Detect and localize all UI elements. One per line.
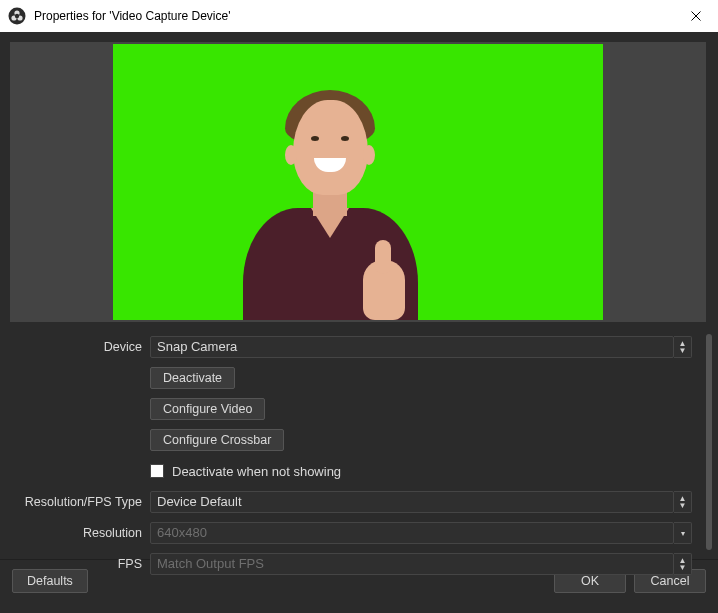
updown-icon: ▲▼ bbox=[674, 491, 692, 513]
fps-select[interactable]: Match Output FPS ▲▼ bbox=[150, 553, 692, 575]
deactivate-button[interactable]: Deactivate bbox=[150, 367, 235, 389]
device-select-value: Snap Camera bbox=[157, 336, 237, 358]
chevron-down-icon: ▾ bbox=[674, 522, 692, 544]
deactivate-when-not-showing-checkbox[interactable] bbox=[150, 464, 164, 478]
resolution-select[interactable]: 640x480 ▾ bbox=[150, 522, 692, 544]
preview-area bbox=[0, 32, 718, 326]
resolution-fps-type-label: Resolution/FPS Type bbox=[10, 495, 150, 509]
device-select[interactable]: Snap Camera ▲▼ bbox=[150, 336, 692, 358]
properties-form: Device Snap Camera ▲▼ Deactivate Configu… bbox=[0, 326, 718, 559]
title-bar: Properties for 'Video Capture Device' bbox=[0, 0, 718, 32]
deactivate-when-not-showing-label: Deactivate when not showing bbox=[172, 464, 341, 479]
updown-icon: ▲▼ bbox=[674, 336, 692, 358]
form-scrollbar[interactable] bbox=[706, 334, 712, 550]
device-label: Device bbox=[10, 340, 150, 354]
close-button[interactable] bbox=[674, 0, 718, 32]
dialog-body: Device Snap Camera ▲▼ Deactivate Configu… bbox=[0, 32, 718, 613]
video-preview bbox=[113, 44, 603, 320]
resolution-fps-type-value: Device Default bbox=[157, 491, 242, 513]
configure-video-button[interactable]: Configure Video bbox=[150, 398, 265, 420]
window-title: Properties for 'Video Capture Device' bbox=[34, 9, 674, 23]
updown-icon: ▲▼ bbox=[674, 553, 692, 575]
app-logo-icon bbox=[8, 7, 26, 25]
video-preview-frame bbox=[10, 42, 706, 322]
fps-label: FPS bbox=[10, 557, 150, 571]
fps-value: Match Output FPS bbox=[157, 553, 264, 575]
preview-person bbox=[213, 90, 433, 320]
resolution-fps-type-select[interactable]: Device Default ▲▼ bbox=[150, 491, 692, 513]
configure-crossbar-button[interactable]: Configure Crossbar bbox=[150, 429, 284, 451]
close-icon bbox=[691, 11, 701, 21]
resolution-label: Resolution bbox=[10, 526, 150, 540]
svg-point-4 bbox=[15, 14, 19, 18]
resolution-value: 640x480 bbox=[157, 522, 207, 544]
